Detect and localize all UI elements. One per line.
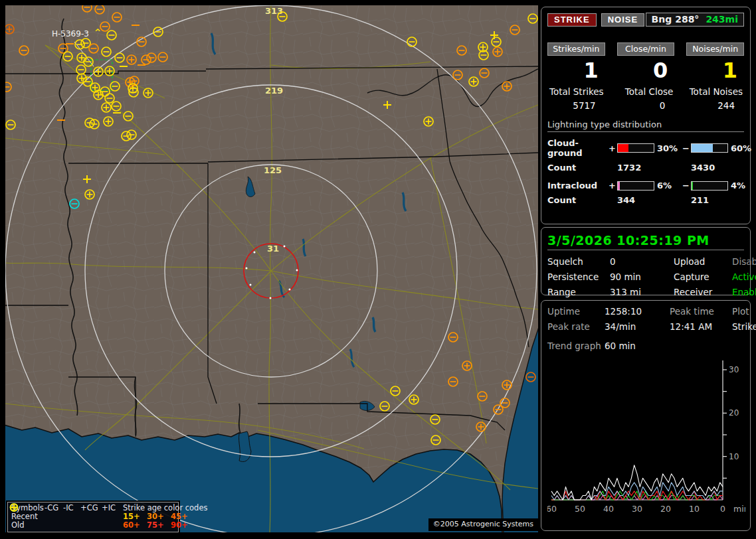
plus-sign: + [609,143,617,153]
legend-col-icneg: -IC [63,504,80,512]
total-strikes-value: 5717 [547,100,605,111]
x-tick-label: 0 [720,504,725,514]
total-noises-value: 244 [686,100,744,111]
squelch-value: 0 [610,256,674,267]
strike-dot [254,252,256,254]
intracloud-label: Intracloud [547,181,609,191]
ic-pos-bar [617,181,654,191]
ring-label-313: 313 [265,6,283,16]
trend-graph-value: 60 min [605,341,744,351]
cg-neg-count: 3430 [691,163,728,173]
x-tick-label: 60 [547,504,557,514]
ring-label-31: 31 [267,244,279,254]
x-tick-label: 10 [689,504,700,514]
count-label: Count [547,163,609,173]
total-close-label: Total Close [617,86,675,97]
total-close-value: 0 [617,100,675,111]
plot-value: Strike [732,321,756,332]
peak-rate-value: 34/min [605,321,670,332]
bearing-label: Bng 288° [652,14,700,25]
minus-sign: − [682,181,691,191]
peak-time-value: 12:41 AM [670,321,732,332]
plus-sign: + [609,181,617,191]
capture-status: Active [732,271,756,282]
ic-pos-count: 344 [617,195,654,205]
close-per-min-button[interactable]: Close/min [617,42,675,56]
strike-dot [296,270,298,271]
ic-neg-count: 211 [691,195,728,205]
age-90: 90+ [171,521,191,530]
symbol-legend: Symbols -CG -IC +CG +IC Strike age color… [7,502,179,532]
age-60: 60+ [123,521,147,530]
legend-row-label: Old [11,521,45,530]
x-tick-label: 30 [632,504,642,514]
datetime-display: 3/5/2026 10:25:19 PM [547,233,744,250]
legend-col-cgneg: -CG [45,504,63,512]
peak-time-label: Peak time [670,306,732,317]
count-label: Count [547,195,609,205]
ic-pos-pct: 6% [654,181,682,191]
strike-dot [289,289,291,291]
strike-button[interactable]: STRIKE [547,13,597,27]
total-noises-label: Total Noises [686,86,744,97]
noises-per-min-value: 1 [686,58,744,82]
close-per-min-value: 0 [617,58,675,82]
trend-series-Total [551,465,723,500]
noises-per-min-button[interactable]: Noises/min [686,42,744,56]
trend-series [551,465,723,500]
noise-button[interactable]: NOISE [601,13,644,27]
y-tick-label: 10 [729,452,739,461]
squelch-label: Squelch [547,256,610,267]
distribution-title: Lightning type distribution [547,119,744,132]
peak-rate-label: Peak rate [547,321,605,332]
y-tick-label: 20 [729,408,739,418]
legend-col-icpos: +IC [102,504,119,512]
trend-axes: 1020306050403020100min [547,360,745,514]
range-label: Range [547,287,610,297]
strikes-per-min-value: 1 [547,58,605,82]
strike-dot [270,297,272,299]
strike-dot [246,268,248,270]
legend-col-cgpos: +CG [80,504,102,512]
trend-panel: Uptime 1258:10 Peak time Plot Peak rate … [541,300,751,531]
bearing-distance: 243mi [706,14,738,25]
ic-neg-bar [691,181,728,191]
cg-neg-pct: 60% [728,143,753,153]
cg-neg-bar [691,143,728,153]
copyright-notice: ©2005 Astrogenic Systems [428,518,538,531]
cloud-ground-label: Cloud-ground [547,138,609,158]
cg-pos-bar [617,143,654,153]
upload-status: Disabled [732,256,756,267]
strikes-per-min-button[interactable]: Strikes/min [547,42,605,56]
x-axis-unit: min [733,504,745,514]
upload-label: Upload [674,256,732,267]
status-panel: 3/5/2026 10:25:19 PM Squelch 0 Upload Di… [541,227,751,295]
trend-chart-svg: 1020306050403020100min [547,355,745,521]
ring-label-219: 219 [265,86,283,96]
persistence-value: 90 min [610,271,674,282]
plot-label: Plot [732,306,756,317]
uptime-value: 1258:10 [605,306,670,317]
ic-neg-pct: 4% [728,181,753,191]
capture-label: Capture [674,271,732,282]
strike-dot [284,246,286,248]
cg-pos-count: 1732 [617,163,654,173]
uptime-label: Uptime [547,306,605,317]
persistence-label: Persistence [547,271,610,282]
range-value: 313 mi [610,287,674,297]
total-strikes-label: Total Strikes [547,86,605,97]
map-canvas: 313 219 125 31 H-5369-3 ^ [5,5,538,532]
receiver-status: Enabled [732,287,756,297]
lightning-map[interactable]: 313 219 125 31 H-5369-3 ^ Symbols -CG -I… [5,5,538,532]
x-tick-label: 20 [660,504,671,514]
counters-panel: STRIKE NOISE Bng 288° 243mi Strikes/min … [541,7,751,224]
minus-sign: − [682,143,691,153]
cg-pos-pct: 30% [654,143,682,153]
receiver-label: Receiver [674,287,732,297]
storm-cell-caret: ^ [94,28,101,37]
strike-dot [250,284,252,286]
trend-graph-label: Trend graph [547,341,605,351]
app-window: 313 219 125 31 H-5369-3 ^ Symbols -CG -I… [0,0,756,539]
bearing-display: Bng 288° 243mi [646,13,744,27]
y-tick-label: 30 [729,365,739,374]
